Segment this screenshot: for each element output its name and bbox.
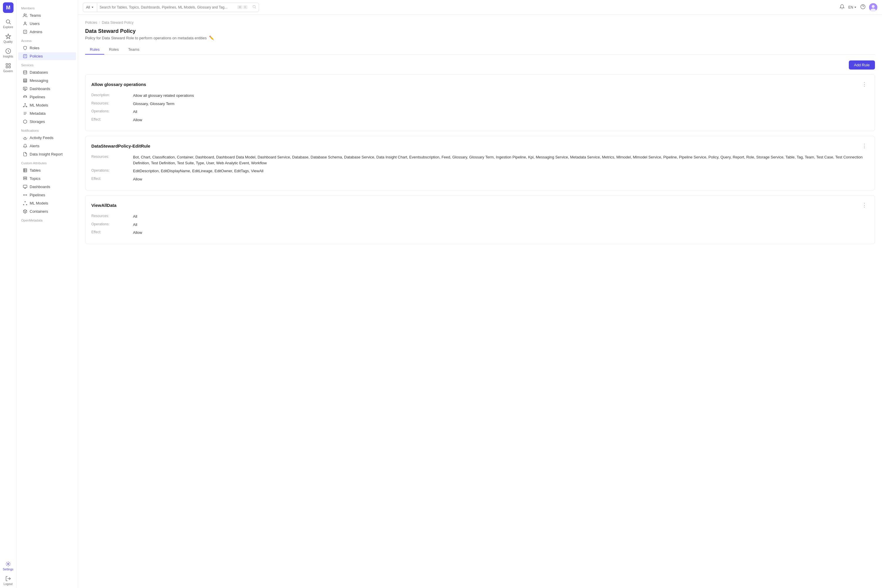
nav-govern-label: Govern [3,69,13,73]
tab-rules[interactable]: Rules [85,45,104,55]
main-content: All ⌘ K EN [78,0,882,588]
user-avatar[interactable] [869,3,877,12]
rule-2-operations-label: Operations: [91,168,129,172]
sidebar-custom-attributes-label: Custom Attributes [17,159,78,166]
sidebar-item-data-insight-report[interactable]: Data Insight Report [18,150,76,158]
rule-card-3-menu[interactable]: ⋮ [860,201,869,209]
sidebar-openmetadata-label: OpenMetadata [17,216,78,223]
edit-description-icon[interactable]: ✏️ [209,36,214,40]
svg-rect-26 [24,177,27,178]
nav-quality-label: Quality [3,40,13,44]
breadcrumb-parent[interactable]: Policies [85,21,97,25]
sidebar-item-dashboards[interactable]: Dashboards [18,85,76,93]
sidebar-item-mlmodels[interactable]: ML Models [18,101,76,109]
nav-explore-label: Explore [3,26,13,29]
svg-point-2 [6,20,10,23]
sidebar-item-teams[interactable]: Teams [18,12,76,20]
rule-3-operations-value: All [133,222,869,228]
rule-3-effect-row: Effect: Allow [91,230,869,236]
svg-rect-28 [23,185,27,188]
content-area: Policies / Data Steward Policy Data Stew… [78,15,882,588]
rule-card-2-header: DataStewardPolicy-EditRule ⋮ [91,142,869,150]
rule-2-effect-value: Allow [133,176,869,182]
svg-point-14 [24,70,27,72]
svg-point-29 [24,195,24,195]
svg-point-11 [24,22,26,24]
breadcrumb-current: Data Steward Policy [102,21,134,25]
rule-1-resources-value: Glossary, Glossary Term [133,101,869,107]
rule-2-operations-row: Operations: EditDescription, EditDisplay… [91,168,869,174]
sidebar-item-users[interactable]: Users [18,20,76,28]
search-input[interactable] [97,5,235,9]
svg-rect-27 [24,179,27,180]
nav-govern[interactable]: Govern [0,60,17,75]
rule-1-description-row: Description: Allow all glossary related … [91,93,869,99]
sidebar-item-messaging[interactable]: Messaging [18,76,76,84]
svg-point-31 [25,201,26,202]
nav-quality[interactable]: Quality [0,31,17,46]
search-bar[interactable]: All ⌘ K [83,3,259,12]
sidebar-item-roles[interactable]: Roles [18,44,76,52]
svg-point-23 [26,106,27,107]
svg-text:M: M [6,5,10,10]
nav-settings[interactable]: Settings [0,559,17,573]
breadcrumb-separator: / [99,21,100,25]
nav-settings-label: Settings [3,568,13,571]
svg-line-3 [9,23,11,24]
nav-insights[interactable]: Insights [0,46,17,60]
sidebar-item-policies[interactable]: Policies [18,52,76,60]
sidebar-item-mlmodels-ca[interactable]: ML Models [18,199,76,207]
page-title: Data Steward Policy [85,28,875,34]
rule-1-resources-row: Resources: Glossary, Glossary Term [91,101,869,107]
rule-2-resources-label: Resources: [91,154,129,159]
rule-1-description-value: Allow all glossary related operations [133,93,869,99]
sidebar-item-metadata[interactable]: Metadata [18,110,76,117]
nav-explore[interactable]: Explore [0,16,17,31]
nav-logout[interactable]: Logout [0,573,17,588]
rule-3-resources-label: Resources: [91,214,129,218]
policy-tabs: Rules Roles Teams [85,45,875,55]
page-description: Policy for Data Steward Role to perform … [85,36,875,40]
notifications-icon[interactable] [840,4,845,10]
sidebar: Members Teams Users Admins Access Roles [17,0,78,588]
sidebar-item-dashboards-ca[interactable]: Dashboards [18,183,76,191]
rules-toolbar: Add Rule [85,60,875,69]
sidebar-item-activity-feeds[interactable]: Activity Feeds [18,134,76,142]
svg-rect-6 [9,64,10,65]
nav-insights-label: Insights [3,55,13,58]
help-icon[interactable] [860,4,865,10]
search-filter-all[interactable]: All [83,3,97,12]
sidebar-item-databases[interactable]: Databases [18,68,76,76]
rule-card-3: ViewAllData ⋮ Resources: All Operations:… [85,195,875,244]
svg-point-21 [25,103,26,104]
rule-card-1-title: Allow glossary operations [91,82,146,87]
tab-teams[interactable]: Teams [123,45,144,55]
sidebar-item-containers[interactable]: Containers [18,207,76,215]
language-selector[interactable]: EN [848,5,857,9]
sidebar-item-alerts[interactable]: Alerts [18,142,76,150]
app-logo[interactable]: M [3,2,14,13]
rule-2-resources-row: Resources: Bot, Chart, Classification, C… [91,154,869,166]
rule-card-1-menu[interactable]: ⋮ [860,80,869,88]
sidebar-item-pipelines-ca[interactable]: Pipelines [18,191,76,199]
svg-point-33 [26,204,27,205]
sidebar-item-pipelines[interactable]: Pipelines [18,93,76,101]
add-rule-button[interactable]: Add Rule [849,60,875,69]
rule-3-operations-label: Operations: [91,222,129,226]
svg-rect-7 [6,66,8,68]
sidebar-item-tables[interactable]: Tables [18,166,76,174]
svg-point-22 [23,106,24,107]
sidebar-item-topics[interactable]: Topics [18,175,76,183]
sidebar-access-label: Access [17,36,78,44]
rule-card-3-title: ViewAllData [91,203,117,208]
rule-3-effect-label: Effect: [91,230,129,234]
sidebar-item-admins[interactable]: Admins [18,28,76,36]
tab-roles[interactable]: Roles [104,45,123,55]
search-icon [250,5,258,10]
rule-2-resources-value: Bot, Chart, Classification, Container, D… [133,154,869,166]
rule-card-2-menu[interactable]: ⋮ [860,142,869,150]
svg-rect-25 [24,169,27,172]
svg-point-39 [872,5,874,8]
svg-rect-15 [24,79,27,80]
sidebar-item-storages[interactable]: Storages [18,118,76,126]
